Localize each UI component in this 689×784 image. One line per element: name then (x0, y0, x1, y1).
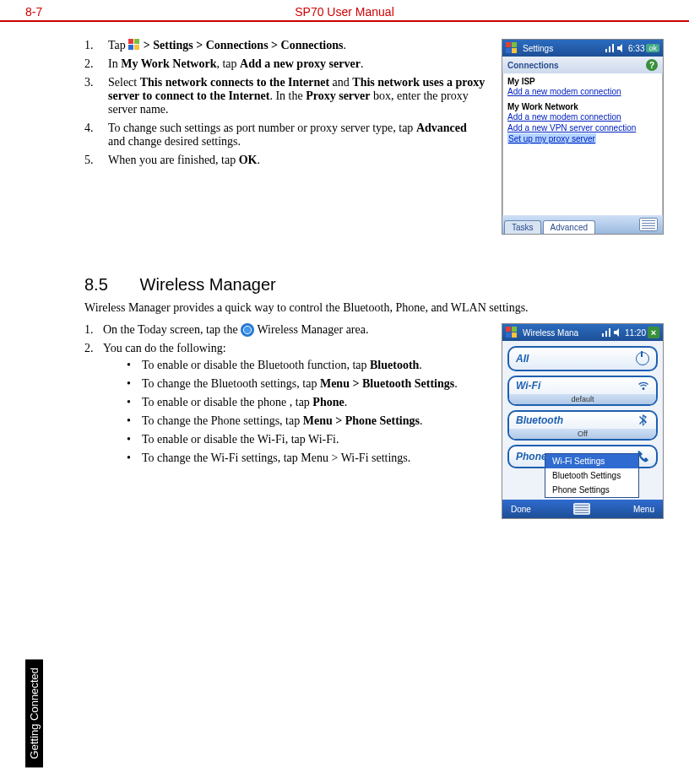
screenshot-connections: Settings 6:33 ok Connections ? My ISP Ad… (502, 39, 664, 235)
step-2: In My Work Network, tap Add a new proxy … (84, 57, 486, 71)
text: In (108, 57, 121, 70)
text: When you are finished, tap (108, 154, 239, 166)
pill-wifi[interactable]: Wi-Fi default (507, 376, 658, 406)
speaker-icon (613, 327, 623, 338)
svg-rect-4 (506, 42, 511, 47)
bold-text: Phone (312, 396, 344, 408)
step-4: To change such settings as port number o… (84, 122, 486, 149)
link-setup-proxy[interactable]: Set up my proxy server (507, 133, 596, 144)
manual-title: SP70 User Manual (0, 5, 689, 19)
text: To change such settings as port number o… (108, 122, 416, 134)
period: . (258, 154, 261, 166)
svg-rect-5 (512, 42, 517, 47)
signal-icon (605, 43, 615, 53)
pill-label: Bluetooth (516, 414, 563, 426)
svg-rect-8 (506, 327, 511, 332)
bullet-wifi-settings: To change the Wi-Fi settings, tap Menu >… (127, 451, 486, 465)
text: , tap (216, 57, 240, 70)
bold-text: OK (239, 154, 258, 166)
section-number: 8.5 (84, 275, 135, 295)
bold-text: > Settings > Connections > Connections (144, 39, 344, 51)
link-add-vpn[interactable]: Add a new VPN server connection (507, 122, 658, 133)
svg-rect-11 (512, 333, 517, 338)
bold-text: Menu > Phone Settings (303, 414, 420, 427)
bold-text: This network connects to the Internet (140, 76, 329, 89)
windows-start-icon (128, 39, 140, 51)
window-title: Wireless Mana (523, 328, 578, 338)
menu-item-wifi-settings[interactable]: Wi-Fi Settings (545, 454, 638, 468)
menu-item-phone-settings[interactable]: Phone Settings (545, 483, 638, 497)
text: and change desired settings. (108, 135, 241, 148)
ok-button[interactable]: ok (646, 44, 659, 52)
power-icon (636, 352, 649, 365)
text: Wireless Manager area. (257, 323, 368, 336)
pill-label: Phone (516, 451, 547, 462)
keyboard-icon[interactable] (573, 503, 590, 515)
bottom-tab-bar: Tasks Advanced (502, 215, 663, 234)
text: Tap (108, 39, 128, 51)
bold-text: My Work Network (121, 57, 216, 70)
text: To change the Phone settings, tap (142, 414, 303, 427)
bullet-bluetooth-settings: To change the Bluetooth settings, tap Me… (127, 377, 486, 391)
text: and (329, 76, 352, 89)
group-my-isp: My ISP Add a new modem connection (507, 77, 658, 97)
text: To enable or disable the Bluetooth funct… (142, 359, 370, 371)
bold-text: Add a new proxy server (240, 57, 361, 70)
period: . (343, 39, 346, 51)
titlebar: Wireless Mana 11:20 × (502, 324, 663, 341)
menu-item-bluetooth-settings[interactable]: Bluetooth Settings (545, 468, 638, 483)
phone-icon (637, 451, 649, 462)
group-title: My ISP (507, 77, 658, 86)
titlebar: Settings 6:33 ok (502, 40, 663, 57)
page-header: 8-7 SP70 User Manual (0, 0, 689, 22)
wm-step-1: On the Today screen, tap the Wireless Ma… (84, 323, 486, 337)
bluetooth-icon (637, 414, 649, 426)
keyboard-icon[interactable] (639, 218, 658, 231)
close-icon[interactable]: × (648, 327, 659, 338)
step-3: Select This network connects to the Inte… (84, 76, 486, 116)
step-1: Tap > Settings > Connections > Connectio… (84, 39, 486, 52)
bold-text: Bluetooth (370, 359, 419, 371)
help-icon[interactable]: ? (646, 59, 658, 71)
speaker-icon (616, 43, 627, 53)
step-5: When you are finished, tap OK. (84, 154, 486, 167)
period: . (420, 414, 423, 427)
period: . (454, 377, 458, 390)
wifi-icon (637, 380, 649, 392)
pill-status: Off (509, 429, 656, 439)
wireless-manager-icon (241, 323, 254, 337)
svg-rect-10 (506, 333, 511, 338)
pill-all[interactable]: All (507, 346, 658, 371)
link-add-modem-isp[interactable]: Add a new modem connection (507, 86, 658, 97)
screenshot-wireless-manager: Wireless Mana 11:20 × All (502, 323, 664, 519)
link-add-modem-work[interactable]: Add a new modem connection (507, 111, 658, 122)
chapter-side-tab: Getting Connected (25, 659, 43, 767)
pill-label: All (516, 353, 529, 365)
bottom-soft-bar: Done Menu (502, 500, 663, 518)
clock: 11:20 (625, 328, 646, 338)
text: You can do the following: (103, 342, 226, 354)
group-title: My Work Network (507, 102, 658, 111)
text: Select (108, 76, 140, 89)
windows-start-icon[interactable] (506, 42, 518, 54)
bold-text: Menu > Bluetooth Settings (320, 377, 454, 390)
pill-bluetooth[interactable]: Bluetooth Off (507, 410, 658, 441)
softkey-done[interactable]: Done (511, 505, 531, 514)
svg-rect-0 (128, 39, 133, 44)
svg-rect-6 (506, 48, 511, 53)
period: . (361, 57, 364, 70)
page-subtitle: Connections (507, 61, 559, 70)
svg-rect-9 (512, 327, 517, 332)
windows-start-icon[interactable] (506, 327, 518, 338)
clock: 6:33 (628, 44, 644, 53)
wm-step-2: You can do the following: To enable or d… (84, 342, 486, 465)
group-my-work-network: My Work Network Add a new modem connecti… (507, 102, 658, 144)
bold-text: Advanced (416, 122, 467, 134)
wm-bullet-list: To enable or disable the Bluetooth funct… (103, 359, 486, 465)
bullet-phone-toggle: To enable or disable the phone , tap Pho… (127, 396, 486, 409)
period: . (344, 396, 348, 408)
tab-advanced[interactable]: Advanced (543, 220, 595, 234)
softkey-menu[interactable]: Menu (633, 505, 654, 514)
context-menu: Wi-Fi Settings Bluetooth Settings Phone … (545, 453, 639, 498)
tab-tasks[interactable]: Tasks (504, 220, 541, 234)
